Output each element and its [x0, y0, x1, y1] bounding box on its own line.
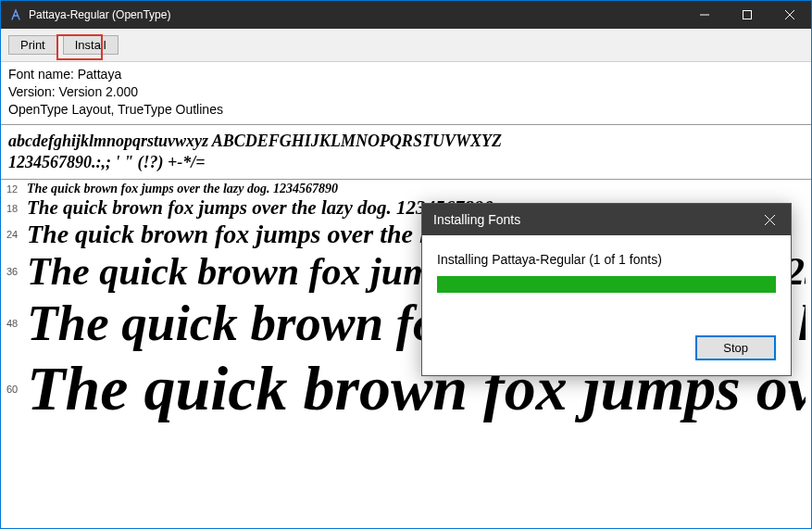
preview-size-label: 12: [6, 183, 27, 195]
installing-dialog: Installing Fonts Installing Pattaya-Regu…: [421, 203, 792, 376]
charset-line: abcdefghijklmnopqrstuvwxyz ABCDEFGHIJKLM…: [8, 131, 804, 152]
charset-sample: abcdefghijklmnopqrstuvwxyz ABCDEFGHIJKLM…: [1, 125, 811, 181]
close-button[interactable]: [768, 1, 811, 29]
install-button[interactable]: Install: [63, 35, 119, 55]
dialog-body: Installing Pattaya-Regular (1 of 1 fonts…: [422, 235, 791, 308]
font-version-line: Version: Version 2.000: [8, 83, 804, 101]
window-titlebar: Pattaya-Regular (OpenType): [1, 1, 811, 29]
preview-size-label: 60: [6, 384, 27, 395]
progress-bar: [437, 276, 776, 293]
font-name-line: Font name: Pattaya: [8, 66, 804, 83]
dialog-close-button[interactable]: [749, 204, 791, 235]
preview-size-label: 48: [6, 318, 27, 329]
preview-row: 12The quick brown fox jumps over the laz…: [1, 182, 811, 196]
preview-size-label: 18: [6, 203, 27, 214]
svg-rect-1: [743, 11, 752, 19]
print-button[interactable]: Print: [8, 35, 57, 55]
maximize-button[interactable]: [726, 1, 768, 29]
preview-size-label: 24: [6, 229, 27, 240]
stop-button[interactable]: Stop: [695, 335, 776, 360]
preview-sample-text: The quick brown fox jumps over the lazy …: [27, 182, 806, 196]
window-title: Pattaya-Regular (OpenType): [29, 8, 683, 21]
dialog-status-text: Installing Pattaya-Regular (1 of 1 fonts…: [437, 252, 776, 267]
font-info-block: Font name: Pattaya Version: Version 2.00…: [1, 62, 811, 125]
digits-line: 1234567890.:,; ' " (!?) +-*/=: [8, 152, 804, 173]
font-tech-line: OpenType Layout, TrueType Outlines: [8, 101, 804, 119]
minimize-button[interactable]: [683, 1, 726, 29]
font-app-icon: [8, 7, 23, 22]
dialog-titlebar: Installing Fonts: [422, 204, 791, 235]
toolbar: Print Install: [1, 29, 811, 62]
window-controls: [683, 1, 811, 29]
dialog-title: Installing Fonts: [433, 212, 749, 227]
dialog-footer: Stop: [422, 308, 791, 375]
preview-size-label: 36: [6, 266, 27, 277]
